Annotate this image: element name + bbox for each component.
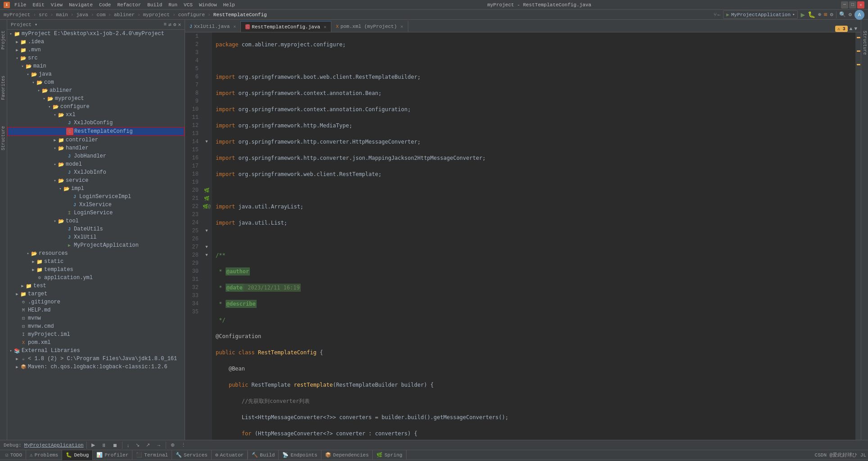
- more-run-button[interactable]: ⚙: [830, 11, 833, 18]
- structure-right-tab[interactable]: Structure: [861, 29, 868, 57]
- bottom-tab-dependencies[interactable]: 📦 Dependencies: [321, 450, 373, 460]
- warning-badge[interactable]: ⚠ 3: [835, 26, 848, 32]
- tree-item-java-folder[interactable]: ▾ 📂 java: [7, 70, 185, 78]
- fold-icon-14[interactable]: ▼: [201, 138, 212, 146]
- tab-xxlutil[interactable]: J XxlUtil.java ✕: [185, 21, 241, 32]
- tree-item-projectiml[interactable]: I myProject.iml: [7, 330, 185, 339]
- tree-item-target[interactable]: ▶ 📁 target: [7, 290, 185, 298]
- close-button[interactable]: ✕: [857, 1, 864, 9]
- tree-item-myprojectapp[interactable]: ▶ MyProjectApplication: [7, 241, 185, 249]
- tree-item-mvnw[interactable]: ⊡ mvnw: [7, 314, 185, 322]
- tab-close-pom[interactable]: ✕: [401, 24, 403, 29]
- code-editor[interactable]: 1 2 3 4 5 6 7 8 9 10 11 12 13 14 15 16 1…: [185, 32, 861, 440]
- settings-button[interactable]: ⚙: [849, 11, 852, 18]
- tree-item-configure[interactable]: ▾ 📂 configure: [7, 103, 185, 111]
- tree-item-main[interactable]: ▾ 📂 main: [7, 62, 185, 70]
- breadcrumb-myproject[interactable]: myProject: [4, 12, 30, 18]
- tree-item-static[interactable]: ▶ 📁 static: [7, 258, 185, 266]
- tree-item-idea[interactable]: ▶ 📁 .idea: [7, 38, 185, 46]
- tree-item-helpmd[interactable]: M HELP.md: [7, 306, 185, 314]
- debug-more-button[interactable]: ⋮: [179, 441, 188, 449]
- tree-item-resources[interactable]: ▾ 📂 resources: [7, 249, 185, 258]
- vcs-icon[interactable]: ⑂: [714, 12, 717, 18]
- tree-item-handler[interactable]: ▾ 📂 handler: [7, 144, 185, 152]
- bean-icon-20[interactable]: 🌿: [201, 186, 212, 194]
- tab-pomxml[interactable]: X pom.xml (myProject) ✕: [331, 21, 408, 32]
- debug-stepinto-button[interactable]: ↘: [134, 441, 141, 449]
- hide-button[interactable]: ✕: [178, 22, 181, 27]
- bottom-tab-actuator[interactable]: ⚙ Actuator: [212, 450, 248, 460]
- tree-item-pomxml[interactable]: X pom.xml: [7, 339, 185, 347]
- fold-icon-28[interactable]: ▼: [201, 251, 212, 259]
- tree-item-jobhandler[interactable]: J JobHandler: [7, 152, 185, 160]
- favorites-side-tab[interactable]: Favorites: [0, 74, 7, 102]
- bottom-tab-debug[interactable]: 🐛 Debug: [62, 450, 93, 460]
- bottom-tab-build[interactable]: 🔨 Build: [248, 450, 279, 460]
- breadcrumb-com[interactable]: com: [96, 12, 105, 18]
- debug-runtocursor-button[interactable]: →: [154, 442, 163, 449]
- breadcrumb-src[interactable]: src: [39, 12, 48, 18]
- menu-vcs[interactable]: VCS: [181, 1, 195, 9]
- tree-item-gitignore[interactable]: ⊖ .gitignore: [7, 298, 185, 306]
- menu-run[interactable]: Run: [166, 1, 180, 9]
- menu-code[interactable]: Code: [96, 1, 113, 9]
- tree-item-mvn[interactable]: ▶ 📁 .mvn: [7, 46, 185, 54]
- bean-icon-22[interactable]: 🌿@: [201, 203, 212, 211]
- tree-item-dateutils[interactable]: J DateUtils: [7, 225, 185, 233]
- tree-item-xxlutil[interactable]: J XxlUtil: [7, 233, 185, 241]
- bottom-tab-services[interactable]: 🔧 Services: [172, 450, 212, 460]
- tree-item-model[interactable]: ▾ 📂 model: [7, 160, 185, 168]
- breadcrumb-configure[interactable]: configure: [178, 12, 205, 18]
- debug-stop-button[interactable]: ⏹: [111, 442, 119, 449]
- tree-item-xxl[interactable]: ▾ 📂 xxl: [7, 111, 185, 119]
- tab-resttemplateconfig[interactable]: C RestTemplateConfig.java ✕: [241, 21, 331, 32]
- tree-item-resttemplateconfig[interactable]: C RestTemplateConfig: [7, 127, 185, 136]
- gutter-down-icon[interactable]: ▼: [854, 26, 857, 32]
- debug-evaluate-button[interactable]: ⊕: [169, 441, 176, 449]
- debug-resume-button[interactable]: ▶: [90, 441, 97, 449]
- run-button[interactable]: ▶: [800, 10, 805, 19]
- tree-item-extlibs[interactable]: ▾ 📚 External Libraries: [7, 347, 185, 355]
- user-avatar[interactable]: A: [854, 10, 864, 20]
- breadcrumb-main[interactable]: main: [56, 12, 68, 18]
- tree-item-test[interactable]: ▶ 📁 test: [7, 282, 185, 290]
- structure-side-tab[interactable]: Structure: [0, 124, 7, 152]
- gutter-up-icon[interactable]: ▲: [850, 26, 853, 32]
- minimize-button[interactable]: ─: [841, 1, 848, 9]
- tree-item-templates[interactable]: ▶ 📁 templates: [7, 266, 185, 274]
- fold-icon-25[interactable]: ▼: [201, 227, 212, 235]
- tree-item-jdk[interactable]: ▶ ☕ < 1.8 (2) > C:\Program Files\Java\jd…: [7, 355, 185, 363]
- bottom-tab-terminal[interactable]: ⬛ Terminal: [132, 450, 172, 460]
- menu-file[interactable]: File: [12, 1, 29, 9]
- code-content[interactable]: package com.abliner.myproject.configure;…: [212, 32, 855, 440]
- settings-tree-button[interactable]: ⚙: [173, 22, 176, 27]
- coverage-button[interactable]: ⊕: [818, 11, 821, 18]
- tree-item-impl[interactable]: ▾ 📂 impl: [7, 185, 185, 193]
- tree-item-controller[interactable]: ▶ 📁 controller: [7, 136, 185, 144]
- tree-item-service[interactable]: ▾ 📂 service: [7, 176, 185, 185]
- tab-close-resttemplate[interactable]: ✕: [324, 24, 326, 30]
- sync-button[interactable]: ⇄: [168, 22, 172, 27]
- breadcrumb-file[interactable]: RestTemplateConfig: [213, 12, 267, 18]
- vcs-arrow[interactable]: ←: [718, 12, 721, 18]
- tree-item-mvnwcmd[interactable]: ⊡ mvnw.cmd: [7, 322, 185, 330]
- tree-item-appyml[interactable]: ⚙ application.yml: [7, 274, 185, 282]
- tree-item-xxljobinfo[interactable]: J XxlJobInfo: [7, 168, 185, 176]
- bottom-tab-problems[interactable]: ⚠ Problems: [26, 450, 62, 460]
- breadcrumb-java[interactable]: java: [76, 12, 88, 18]
- fold-icon-27[interactable]: ▼: [201, 243, 212, 251]
- project-side-tab[interactable]: Project: [0, 29, 7, 51]
- menu-build[interactable]: Build: [145, 1, 165, 9]
- menu-edit[interactable]: Edit: [30, 1, 47, 9]
- menu-refactor[interactable]: Refactor: [114, 1, 144, 9]
- profile-button[interactable]: ⊞: [824, 11, 827, 18]
- tree-item-loginservice[interactable]: I LoginService: [7, 209, 185, 217]
- bottom-tab-spring[interactable]: 🌿 Spring: [373, 450, 407, 460]
- tree-item-logback[interactable]: ▶ 📦 Maven: ch.qos.logback:logback-classi…: [7, 363, 185, 371]
- debug-pause-button[interactable]: ⏸: [99, 442, 108, 449]
- project-dropdown[interactable]: Project ▾: [11, 22, 37, 27]
- collapse-all-button[interactable]: ≡: [164, 22, 167, 27]
- bottom-tab-todo[interactable]: ☑ TODO: [2, 450, 26, 460]
- bean-icon-21[interactable]: 🌿: [201, 194, 212, 203]
- tree-item-xxlservice[interactable]: J XxlService: [7, 201, 185, 209]
